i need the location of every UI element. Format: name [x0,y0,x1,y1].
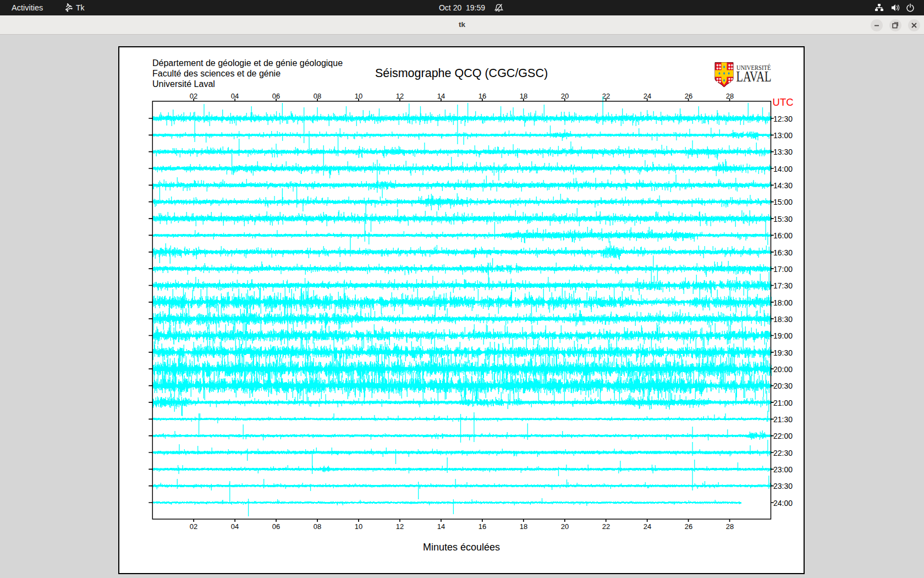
svg-text:LAVAL: LAVAL [736,68,772,85]
